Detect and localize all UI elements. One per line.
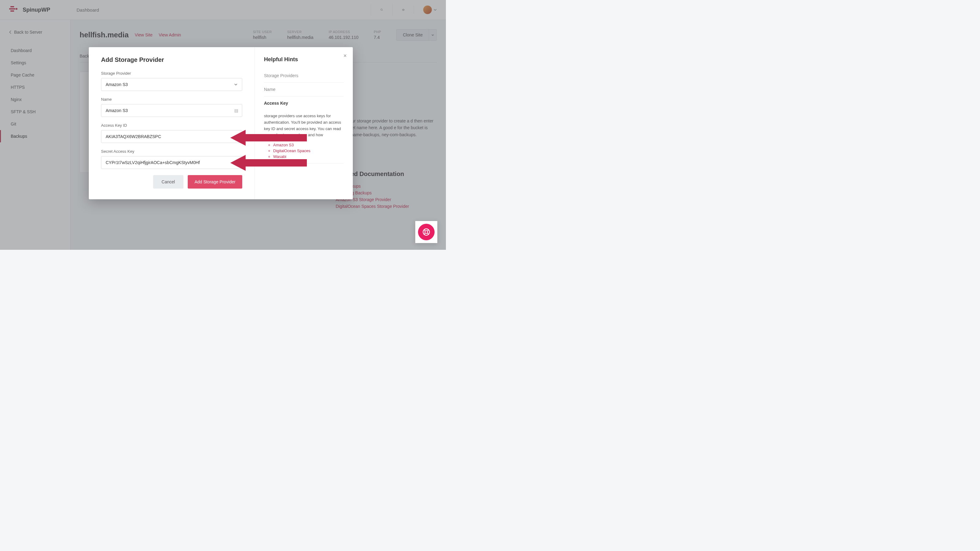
helpful-hints-title: Helpful Hints (264, 56, 344, 63)
name-label: Name (101, 97, 242, 102)
annotation-arrow-access-key (230, 128, 307, 148)
close-icon[interactable]: × (343, 52, 347, 59)
svg-point-9 (425, 230, 428, 233)
svg-line-13 (428, 233, 429, 235)
secret-key-label: Secret Access Key (101, 149, 242, 154)
hint-storage-providers[interactable]: Storage Providers (264, 69, 344, 83)
provider-value: Amazon S3 (106, 82, 128, 87)
svg-line-12 (424, 233, 425, 235)
hint-access-key[interactable]: Access Key (264, 97, 344, 110)
hint-name[interactable]: Name (264, 83, 344, 97)
secret-key-input[interactable]: CYPr1t7wSzLV2qiHfjgirAOCa+sbCmgKStyvM0Hf (101, 156, 242, 169)
svg-line-11 (428, 230, 429, 231)
svg-line-10 (424, 230, 425, 231)
modal-title: Add Storage Provider (101, 56, 242, 64)
svg-marker-6 (230, 130, 307, 146)
svg-marker-7 (230, 155, 307, 171)
access-key-label: Access Key ID (101, 123, 242, 128)
add-storage-provider-button[interactable]: Add Storage Provider (188, 175, 242, 189)
access-key-input[interactable]: AKIA3TAQX6W2BRABZSPC (101, 130, 242, 143)
name-input-wrap: Amazon S3 ▤ (101, 104, 242, 117)
dropdown-caret-icon (234, 83, 238, 86)
provider-label: Storage Provider (101, 71, 242, 76)
lifebuoy-icon (418, 224, 434, 240)
hint-link-digitalocean[interactable]: DigitalOcean Spaces (273, 148, 344, 153)
contact-card-icon: ▤ (234, 108, 238, 113)
name-input[interactable]: Amazon S3 (106, 108, 128, 113)
add-storage-provider-modal: Add Storage Provider Storage Provider Am… (89, 47, 353, 199)
annotation-arrow-secret-key (230, 153, 307, 173)
help-fab[interactable] (415, 221, 438, 243)
provider-select[interactable]: Amazon S3 (101, 78, 242, 91)
cancel-button[interactable]: Cancel (153, 175, 184, 189)
